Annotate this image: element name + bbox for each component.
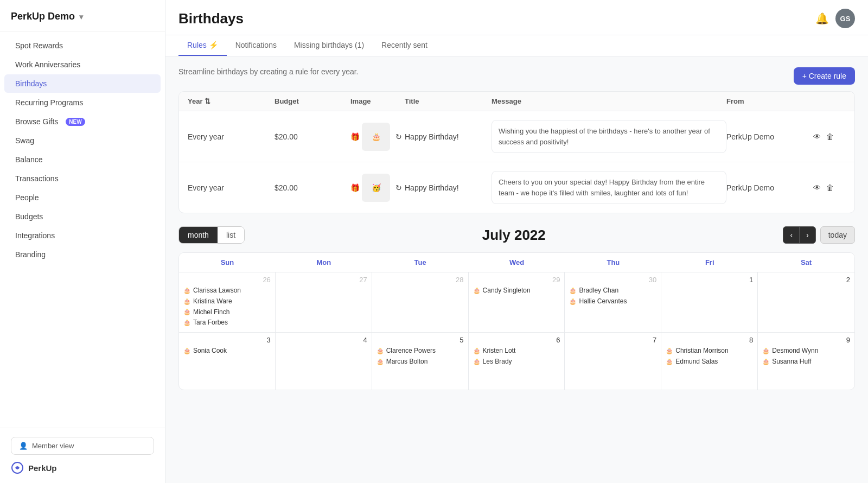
calendar-week-0: 26🎂Clarissa Lawson🎂Kristina Ware🎂Michel … [179,272,854,333]
cake-icon: 🎂 [569,297,577,306]
rule-image-thumb[interactable]: 🥳 [362,174,390,202]
birthday-entry[interactable]: 🎂Michel Finch [183,308,271,317]
birthday-name: Marcus Bolton [386,357,428,366]
rule-message: Wishing you the happiest of the birthday… [492,120,726,153]
birthday-entry[interactable]: 🎂Sonia Cook [183,346,271,355]
tab-rules[interactable]: Rules ⚡ [178,35,227,56]
view-icon[interactable]: 👁 [813,132,821,141]
cal-header-wed: Wed [469,253,565,272]
col-from: From [726,97,813,105]
cal-header-sun: Sun [179,253,276,272]
birthday-entry[interactable]: 🎂Tara Forbes [183,318,271,327]
gift-icon: 🎁 [350,183,360,192]
sidebar: PerkUp Demo ▾ Spot RewardsWork Anniversa… [0,0,165,483]
cake-icon: 🎂 [183,287,191,295]
sidebar-item-spot-rewards[interactable]: Spot Rewards [4,36,161,55]
rule-image-thumb[interactable]: 🎂 [362,123,390,151]
create-rule-button[interactable]: + Create rule [794,67,855,85]
cal-header-mon: Mon [276,253,372,272]
cake-icon: 🎂 [473,358,481,366]
cal-date-number: 9 [762,336,850,344]
cake-icon: 🎂 [569,287,577,295]
month-view-button[interactable]: month [179,227,218,243]
topbar-right: 🔔 GS [815,9,855,35]
birthday-name: Clarence Powers [386,346,436,355]
perkup-logo: PerkUp [11,461,154,474]
birthday-entry[interactable]: 🎂Edmund Salas [666,357,753,366]
sidebar-header[interactable]: PerkUp Demo ▾ [0,0,165,31]
col-title: Title [405,97,492,105]
birthday-entry[interactable]: 🎂Hallie Cervantes [569,297,656,306]
birthday-entry[interactable]: 🎂Marcus Bolton [376,357,464,366]
list-view-button[interactable]: list [218,227,244,243]
sidebar-item-swag[interactable]: Swag [4,131,161,150]
cal-date-number: 7 [569,336,656,344]
sidebar-item-budgets[interactable]: Budgets [4,207,161,226]
rule-image-cell: 🎁 🥳 ↻ [350,174,405,202]
birthday-entry[interactable]: 🎂Les Brady [473,357,560,366]
col-actions [813,97,846,105]
content-area: Streamline birthdays by creating a rule … [165,56,868,483]
calendar-day-8: 8🎂Christian Morrison🎂Edmund Salas [661,333,758,390]
image-emoji: 🎂 [372,132,381,141]
calendar-day-1: 1 [661,272,758,332]
sidebar-item-birthdays[interactable]: Birthdays [4,74,161,93]
tab-missing-birthdays[interactable]: Missing birthdays (1) [285,35,373,56]
birthday-entry[interactable]: 🎂Candy Singleton [473,286,560,295]
tab-recently-sent[interactable]: Recently sent [373,35,436,56]
birthday-name: Edmund Salas [675,357,718,366]
rule-from: PerkUp Demo [726,183,813,192]
calendar-header-row: SunMonTueWedThuFriSat [179,253,854,272]
cake-icon: 🎂 [183,297,191,306]
refresh-icon[interactable]: ↻ [395,183,402,192]
birthday-entry[interactable]: 🎂Clarissa Lawson [183,286,271,295]
calendar-day-30: 30🎂Bradley Chan🎂Hallie Cervantes [565,272,661,332]
sidebar-item-people[interactable]: People [4,188,161,207]
today-button[interactable]: today [820,226,855,244]
birthday-entry[interactable]: 🎂Christian Morrison [666,346,753,355]
prev-month-button[interactable]: ‹ [783,227,800,243]
birthday-entry[interactable]: 🎂Kristen Lott [473,346,560,355]
perkup-brand-label: PerkUp [28,463,57,473]
cal-date-number: 29 [473,276,560,284]
next-month-button[interactable]: › [800,227,815,243]
rules-table-header: Year ⇅ Budget Image Title Message From [179,92,854,111]
view-icon[interactable]: 👁 [813,183,821,192]
rules-table: Year ⇅ Budget Image Title Message From E… [178,91,855,213]
birthday-entry[interactable]: 🎂Susanna Huff [762,357,850,366]
sidebar-item-balance[interactable]: Balance [4,150,161,169]
sidebar-item-recurring-programs[interactable]: Recurring Programs [4,93,161,112]
sidebar-item-browse-gifts[interactable]: Browse GiftsNEW [4,112,161,131]
sidebar-item-transactions[interactable]: Transactions [4,169,161,188]
member-view-button[interactable]: 👤 Member view [11,437,154,455]
birthday-name: Les Brady [483,357,512,366]
cal-date-number: 6 [473,336,560,344]
rule-row-1: Every year $20.00 🎁 🥳 ↻ Happy Birthday! … [179,162,854,213]
tab-notifications[interactable]: Notifications [227,35,285,56]
chevron-down-icon[interactable]: ▾ [79,12,83,21]
delete-icon[interactable]: 🗑 [826,183,834,192]
rule-from: PerkUp Demo [726,132,813,141]
sidebar-footer: 👤 Member view PerkUp [0,428,165,483]
app-name: PerkUp Demo [11,11,75,22]
delete-icon[interactable]: 🗑 [826,132,834,141]
birthday-entry[interactable]: 🎂Desmond Wynn [762,346,850,355]
image-emoji: 🥳 [372,183,381,192]
rule-title: Happy Birthday! [405,183,492,192]
calendar-week-1: 3🎂Sonia Cook45🎂Clarence Powers🎂Marcus Bo… [179,333,854,390]
calendar-day-29: 29🎂Candy Singleton [469,272,565,332]
avatar[interactable]: GS [835,9,855,28]
sidebar-item-branding[interactable]: Branding [4,245,161,264]
bell-icon[interactable]: 🔔 [815,12,829,25]
rule-year: Every year [188,183,275,192]
sidebar-item-integrations[interactable]: Integrations [4,226,161,245]
rule-title: Happy Birthday! [405,132,492,141]
birthday-entry[interactable]: 🎂Clarence Powers [376,346,464,355]
rule-budget: $20.00 [275,132,350,141]
sidebar-item-work-anniversaries[interactable]: Work Anniversaries [4,55,161,74]
birthday-entry[interactable]: 🎂Bradley Chan [569,286,656,295]
refresh-icon[interactable]: ↻ [395,132,402,141]
cake-icon: 🎂 [183,308,191,316]
birthday-entry[interactable]: 🎂Kristina Ware [183,297,271,306]
rule-actions: 👁 🗑 [813,183,846,192]
